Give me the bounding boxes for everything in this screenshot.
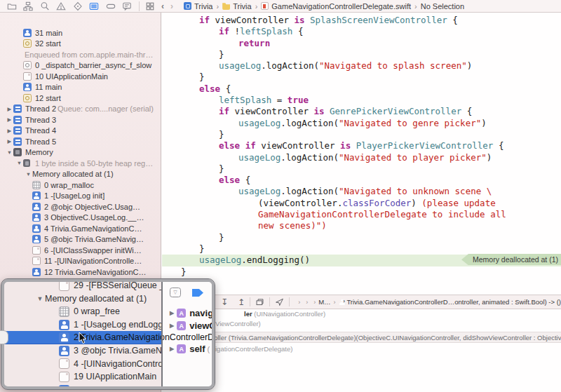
disclosure-triangle-icon[interactable]: ▶ xyxy=(6,128,13,134)
variable-name: self xyxy=(189,344,205,354)
frame-label: 4 -[UINavigationController… xyxy=(74,359,161,369)
disclosure-triangle-icon[interactable]: ▼ xyxy=(25,171,32,177)
disclosure-triangle-icon[interactable]: ▶ xyxy=(6,116,13,123)
debug-jump-bar: › › › M… › 2 Trivia.GameNavigationContro… xyxy=(292,297,561,306)
variable-row[interactable]: ler (UINavigationController) xyxy=(244,310,325,318)
frame-icon xyxy=(32,268,41,276)
code-line: GameNavigationControllerDelegate to incl… xyxy=(162,209,561,220)
simulate-location-icon[interactable] xyxy=(275,297,284,306)
project-navigator-icon[interactable] xyxy=(6,1,17,11)
report-navigator-icon[interactable] xyxy=(122,1,133,11)
disclosure-triangle-icon[interactable]: ▶ xyxy=(170,310,174,316)
deallocated-frame-row[interactable]: 4 -[UINavigationController… xyxy=(4,358,161,371)
breadcrumb-item[interactable]: Trivia › xyxy=(184,2,222,11)
find-navigator-icon[interactable] xyxy=(39,1,50,11)
frame-label: 20 main xyxy=(74,385,104,389)
disclosure-triangle-icon[interactable]: ▼ xyxy=(6,149,13,156)
debug-navigator-row[interactable]: 10 UIApplicationMain xyxy=(0,71,161,82)
disclosure-triangle-icon[interactable]: ▶ xyxy=(170,323,174,329)
deallocated-frame-row[interactable]: 19 UIApplicationMain xyxy=(4,370,161,384)
frame-label: Memory deallocated at (1) xyxy=(45,294,147,304)
jump-bar-memory-item[interactable]: M… xyxy=(318,298,330,306)
disclosure-triangle-icon[interactable]: ▶ xyxy=(170,346,174,352)
memory-annotation[interactable]: Memory deallocated at (1) xyxy=(461,254,561,265)
frame-label: 29 -[FBSSerialQueue _perf… xyxy=(74,281,161,290)
disclosure-triangle-icon[interactable]: ▼ xyxy=(15,160,23,166)
debug-navigator-row[interactable]: 2 @objc ObjectiveC.Usag… xyxy=(0,201,161,212)
code-line: } xyxy=(162,266,561,278)
debug-navigator-row[interactable]: ▶ Thread 3 xyxy=(0,114,161,126)
variable-row[interactable]: igationControllerDelegate) xyxy=(215,345,292,353)
debug-navigator-row[interactable]: 12 start xyxy=(0,93,161,104)
deallocated-frame-row[interactable]: ▼ Memory deallocated at (1) xyxy=(4,292,161,306)
debug-navigator-row[interactable]: 6 -[UIClassSwapper initWi… xyxy=(0,245,161,256)
frame-sublabel: 1 byte inside a 50-byte heap reg… xyxy=(35,159,153,168)
debug-navigator-row[interactable]: 11 main xyxy=(0,82,161,93)
debug-navigator-row[interactable]: ▼ Memory allocated at (1) xyxy=(0,169,161,180)
debug-navigator-row[interactable]: 11 -[UINavigationControlle… xyxy=(0,256,161,267)
flag-icon[interactable] xyxy=(192,289,203,297)
forward-button[interactable]: › xyxy=(170,2,173,11)
frame-sublabel: Queue: com....nager (serial) xyxy=(58,104,154,113)
code-line: leftSplash = true xyxy=(162,95,561,106)
debug-navigator-row[interactable]: 0 _dispatch_barrier_async_f_slow xyxy=(0,60,161,72)
mouse-cursor xyxy=(79,332,88,344)
breakpoint-navigator-icon[interactable] xyxy=(105,1,116,11)
deallocated-frame-row[interactable]: 29 -[FBSSerialQueue _perf… xyxy=(4,279,161,292)
back-button[interactable]: ‹ xyxy=(161,2,164,11)
deallocated-frame-row[interactable]: 1 -[UsageLog endLogging] xyxy=(4,318,161,332)
debug-navigator-row[interactable]: 4 Trivia.GameNavigationC… xyxy=(0,223,161,234)
code-line: } xyxy=(162,243,561,255)
debug-navigator-row[interactable]: Enqueued from com.apple.main-thr… xyxy=(0,49,161,60)
deallocated-frame-row[interactable]: 0 wrap_free xyxy=(4,305,161,318)
debug-navigator-row[interactable]: ▼ Memory xyxy=(0,147,161,158)
breadcrumb-label: GameNavigationControllerDelegate.swift xyxy=(271,2,411,11)
frame-icon xyxy=(59,320,69,330)
variable-row[interactable]: ViewController) xyxy=(215,320,261,327)
frame-icon xyxy=(32,213,41,222)
step-out-button[interactable]: ↥ xyxy=(238,298,245,306)
magnified-variable-row[interactable]: ▶AviewC xyxy=(170,320,215,331)
breadcrumb-item[interactable]: Trivia › xyxy=(222,2,261,11)
deallocated-frame-row[interactable]: 3 @objc Trivia.GameNavig… xyxy=(4,344,161,358)
code-line: usageLog.logAction("Navigated to splash … xyxy=(162,60,561,72)
frame-icon xyxy=(32,191,41,200)
disclosure-triangle-icon[interactable]: ▼ xyxy=(35,295,45,302)
debug-navigator-row[interactable]: 12 Trivia.GameNavigationC… xyxy=(0,266,161,278)
frame-icon xyxy=(32,181,41,189)
debug-navigator-row[interactable]: 31 main xyxy=(0,27,161,39)
debug-navigator-row[interactable]: 5 @objc Trivia.GameNavig… xyxy=(0,234,161,245)
disclosure-triangle-icon[interactable]: ▶ xyxy=(6,138,13,144)
variable-name: viewC xyxy=(189,320,215,331)
debug-navigator-row[interactable]: 1 -[UsageLog init] xyxy=(0,191,161,202)
debug-navigator-row[interactable]: ▶ Thread 5 xyxy=(0,136,161,147)
debug-navigator-row[interactable]: ▼ 1 byte inside a 50-byte heap reg… xyxy=(0,158,161,169)
breadcrumb-item[interactable]: GameNavigationControllerDelegate.swift › xyxy=(261,2,420,11)
disclosure-triangle-icon[interactable]: ▶ xyxy=(6,106,13,112)
debug-navigator-row[interactable]: 0 wrap_malloc xyxy=(0,180,161,191)
related-items-icon[interactable] xyxy=(144,1,155,11)
step-into-button[interactable]: ↧ xyxy=(221,298,228,306)
deallocated-frame-row[interactable]: 20 main xyxy=(4,384,161,389)
frame-label: 1 -[UsageLog init] xyxy=(44,191,104,200)
magnified-variable-row[interactable]: ▶Anavig xyxy=(170,308,213,318)
code-editor[interactable]: if viewController is SplashScreenViewCon… xyxy=(162,13,561,295)
test-navigator-icon[interactable] xyxy=(72,1,83,11)
issue-navigator-icon[interactable] xyxy=(56,1,67,11)
frame-icon xyxy=(13,137,22,146)
current-frame-label[interactable]: 2 Trivia.GameNavigationControllerD…ontro… xyxy=(342,298,561,306)
magnifier-popup: ▽ ▶Anavig▶AviewC▶Aself( 29 -[FBSSerialQu… xyxy=(1,279,215,389)
debug-navigator-row[interactable]: ▶ Thread 4 xyxy=(0,126,161,137)
view-debugger-icon[interactable] xyxy=(255,297,264,306)
debug-navigator-icon[interactable] xyxy=(89,1,100,11)
navigator-tab-bar xyxy=(0,1,139,11)
debug-navigator-row[interactable]: 3 ObjectiveC.UsageLog.__… xyxy=(0,212,161,224)
scope-selector-icon[interactable]: ▽ xyxy=(170,288,181,297)
debug-navigator-row[interactable]: 32 start xyxy=(0,39,161,50)
debug-navigator-row[interactable]: ▶ Thread 2 Queue: com....nager (serial) xyxy=(0,104,161,115)
symbol-navigator-icon[interactable] xyxy=(23,1,34,11)
frame-label: Thread 4 xyxy=(25,126,56,135)
breadcrumb-item[interactable]: No Selection › xyxy=(421,2,464,11)
magnified-variable-row[interactable]: ▶Aself( xyxy=(170,344,210,354)
code-line: } xyxy=(162,129,561,140)
